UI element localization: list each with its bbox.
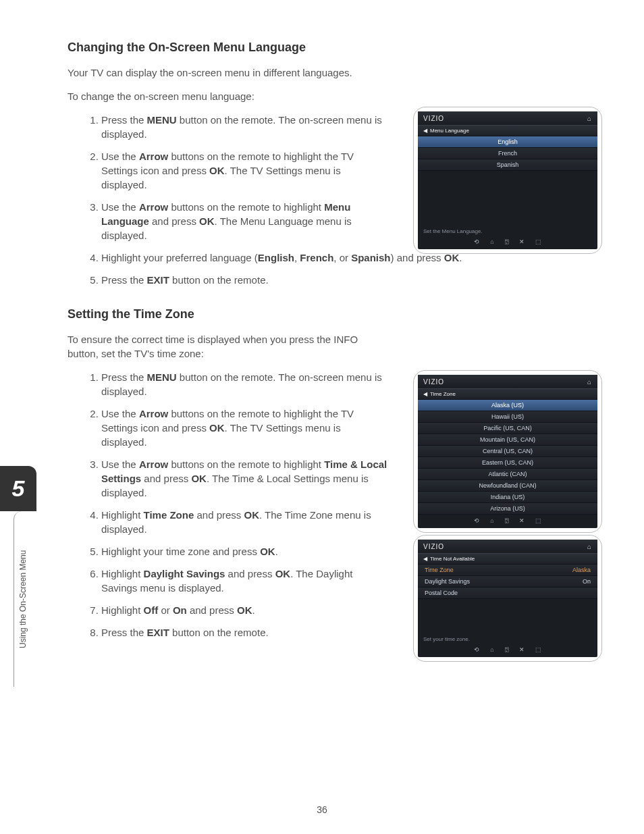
tv-footer: ⟲ ⌂ ⍰ ✕ ⬚ — [418, 515, 597, 525]
page-number: 36 — [0, 804, 644, 815]
tv-row: Time ZoneAlaska — [418, 565, 597, 576]
tv-list-item: Spanish — [418, 159, 597, 171]
footer-icon: ✕ — [519, 238, 525, 245]
tv-screenshot-time-settings: VIZIO ⌂ ◀Time Not Available Time ZoneAla… — [413, 535, 602, 662]
tv-list-item: Eastern (US, CAN) — [418, 457, 597, 469]
tv-list-item: Newfoundland (CAN) — [418, 480, 597, 492]
footer-icon: ⍰ — [505, 517, 508, 524]
heading-time-zone: Setting the Time Zone — [68, 307, 603, 321]
tv-row: Postal Code — [418, 588, 597, 599]
tv-list: English French Spanish — [418, 136, 597, 224]
footer-icon: ⌂ — [490, 646, 493, 653]
chapter-label: Using the On-Screen Menu — [14, 511, 32, 687]
tv-list-item: Atlantic (CAN) — [418, 469, 597, 480]
intro-text: To ensure the correct time is displayed … — [68, 332, 603, 361]
footer-icon: ⟲ — [474, 238, 479, 245]
tv-list-item: Arizona (US) — [418, 503, 597, 515]
tv-header: VIZIO ⌂ — [418, 111, 597, 125]
home-icon: ⌂ — [587, 543, 592, 550]
footer-icon: ⌂ — [490, 517, 493, 524]
footer-icon: ⍰ — [505, 238, 508, 245]
tv-breadcrumb: ◀Time Not Available — [418, 553, 597, 565]
tv-list-item: Central (US, CAN) — [418, 446, 597, 457]
tv-header: VIZIO ⌂ — [418, 375, 597, 388]
tv-footer: ⟲ ⌂ ⍰ ✕ ⬚ — [418, 236, 597, 246]
back-arrow-icon: ◀ — [423, 556, 427, 562]
tv-list: Alaska (US) Hawaii (US) Pacific (US, CAN… — [418, 400, 597, 515]
footer-icon: ⍰ — [505, 646, 508, 653]
tv-list-item: Alaska (US) — [418, 400, 597, 411]
brand-label: VIZIO — [423, 543, 444, 550]
lead-text: To change the on-screen menu language: — [68, 89, 603, 103]
tv-list-item: Hawaii (US) — [418, 411, 597, 423]
chapter-number: 5 — [0, 466, 36, 511]
brand-label: VIZIO — [423, 378, 444, 386]
footer-icon: ✕ — [519, 646, 525, 653]
tv-list-item: English — [418, 136, 597, 148]
tv-header: VIZIO ⌂ — [418, 540, 597, 553]
footer-icon: ⬚ — [535, 517, 541, 524]
tv-footer: ⟲ ⌂ ⍰ ✕ ⬚ — [418, 644, 597, 654]
footer-icon: ⟲ — [474, 517, 479, 524]
tv-row: Daylight SavingsOn — [418, 576, 597, 588]
tv-list-item: Mountain (US, CAN) — [418, 434, 597, 446]
tv-breadcrumb: ◀Menu Language — [418, 125, 597, 136]
footer-icon: ⬚ — [535, 646, 541, 653]
heading-menu-language: Changing the On-Screen Menu Language — [68, 41, 603, 55]
back-arrow-icon: ◀ — [423, 391, 427, 397]
footer-icon: ⬚ — [535, 238, 541, 245]
intro-text: Your TV can display the on-screen menu i… — [68, 66, 603, 80]
footer-icon: ✕ — [519, 517, 525, 524]
back-arrow-icon: ◀ — [423, 128, 427, 134]
brand-label: VIZIO — [423, 115, 444, 122]
home-icon: ⌂ — [587, 115, 592, 122]
tv-list-item: French — [418, 148, 597, 159]
tv-list: Time ZoneAlaska Daylight SavingsOn Posta… — [418, 565, 597, 632]
tv-breadcrumb: ◀Time Zone — [418, 388, 597, 400]
tv-screenshot-menu-language: VIZIO ⌂ ◀Menu Language English French Sp… — [413, 107, 602, 254]
footer-icon: ⌂ — [490, 238, 493, 245]
step: Press the EXIT button on the remote. — [101, 273, 603, 287]
tv-list-item: Indiana (US) — [418, 492, 597, 503]
home-icon: ⌂ — [587, 378, 592, 386]
tv-screenshot-time-zone: VIZIO ⌂ ◀Time Zone Alaska (US) Hawaii (U… — [413, 370, 602, 533]
tv-list-item: Pacific (US, CAN) — [418, 423, 597, 434]
tv-hint: Set your time zone. — [418, 632, 597, 644]
chapter-tab: 5 Using the On-Screen Menu — [0, 466, 36, 689]
tv-hint: Set the Menu Language. — [418, 224, 597, 236]
footer-icon: ⟲ — [474, 646, 479, 653]
